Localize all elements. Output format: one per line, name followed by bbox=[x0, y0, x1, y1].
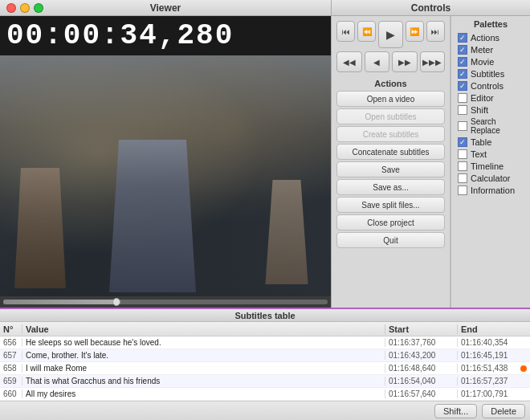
palettes-title: Palettes bbox=[456, 19, 525, 29]
transport-area: ⏮ ⏪ ▶ ⏩ ⏭ ◀◀ ◀ ▶▶ ▶▶▶ Actions Open a vid… bbox=[332, 16, 450, 308]
table-body: 656 He sleeps so well because he's loved… bbox=[0, 336, 530, 401]
quit-btn[interactable]: Quit bbox=[336, 232, 445, 248]
palette-checkbox-shift[interactable] bbox=[458, 105, 467, 115]
fwd-double-btn[interactable]: ▶▶▶ bbox=[420, 51, 446, 72]
cell-start: 01:16:43,200 bbox=[385, 351, 458, 360]
table-row[interactable]: 659 That is what Gracchus and his friend… bbox=[0, 375, 530, 388]
palette-checkbox-actions[interactable]: ✓ bbox=[458, 33, 467, 43]
palette-item-subtitles[interactable]: ✓ Subtitles bbox=[456, 68, 525, 80]
actions-title: Actions bbox=[336, 79, 445, 88]
palette-checkbox-table[interactable]: ✓ bbox=[458, 137, 467, 147]
cell-start: 01:16:48,640 bbox=[385, 364, 458, 373]
table-row[interactable]: 660 All my desires 01:16:57,640 01:17:00… bbox=[0, 388, 530, 401]
close-btn[interactable] bbox=[6, 3, 16, 13]
save-btn[interactable]: Save bbox=[336, 161, 445, 177]
progress-bar-container[interactable] bbox=[0, 296, 331, 308]
palette-checkbox-text[interactable] bbox=[458, 149, 467, 159]
palette-item-text[interactable]: Text bbox=[456, 149, 525, 160]
viewer-panel: Viewer 00:00:34,280 bbox=[0, 0, 331, 308]
skip-start-btn[interactable]: ⏮ bbox=[336, 21, 355, 42]
next-btn[interactable]: ⏩ bbox=[406, 21, 424, 42]
palette-label-controls: Controls bbox=[471, 81, 503, 91]
subtitles-titlebar: Subtitles table bbox=[0, 309, 530, 322]
play-btn[interactable]: ▶ bbox=[378, 21, 402, 48]
palette-item-shift[interactable]: Shift bbox=[456, 104, 525, 116]
video-placeholder bbox=[0, 55, 331, 296]
open-video-btn[interactable]: Open a video bbox=[336, 91, 445, 107]
save-as-btn[interactable]: Save as... bbox=[336, 179, 445, 195]
palette-label-subtitles: Subtitles bbox=[471, 69, 504, 79]
palette-label-table: Table bbox=[471, 137, 491, 147]
maximize-btn[interactable] bbox=[34, 3, 43, 13]
table-header: N° Value Start End bbox=[0, 322, 530, 336]
palette-checkbox-editor[interactable] bbox=[458, 93, 467, 103]
palette-item-controls[interactable]: ✓ Controls bbox=[456, 80, 525, 92]
palette-checkbox-search-replace[interactable] bbox=[458, 121, 467, 131]
close-project-btn[interactable]: Close project bbox=[336, 214, 445, 230]
controls-panel: Controls ⏮ ⏪ ▶ ⏩ ⏭ ◀◀ ◀ ▶▶ ▶▶▶ bbox=[331, 0, 530, 308]
cell-end: 01:16:57,237 bbox=[458, 377, 530, 385]
controls-titlebar: Controls bbox=[332, 0, 530, 16]
concatenate-btn[interactable]: Concatenate subtitles bbox=[336, 144, 445, 160]
progress-track[interactable] bbox=[3, 300, 328, 304]
col-header-n: N° bbox=[0, 324, 22, 334]
progress-thumb[interactable] bbox=[112, 298, 120, 306]
delete-btn[interactable]: Delete bbox=[482, 404, 525, 418]
end-dot-indicator bbox=[520, 365, 527, 372]
back-single-btn[interactable]: ◀ bbox=[365, 51, 390, 72]
action-buttons: Open a video Open subtitles Create subti… bbox=[336, 91, 445, 248]
palette-checkbox-movie[interactable]: ✓ bbox=[458, 57, 467, 67]
palette-checkbox-timeline[interactable] bbox=[458, 161, 467, 171]
transport-row-1: ⏮ ⏪ ▶ ⏩ ⏭ bbox=[336, 21, 445, 48]
cell-n: 657 bbox=[0, 351, 22, 360]
table-row[interactable]: 656 He sleeps so well because he's loved… bbox=[0, 336, 530, 349]
prev-btn[interactable]: ⏪ bbox=[357, 21, 376, 42]
palette-item-search-replace[interactable]: Search Replace bbox=[456, 116, 525, 136]
cell-n: 660 bbox=[0, 389, 22, 398]
palette-checkbox-meter[interactable]: ✓ bbox=[458, 45, 467, 55]
palette-item-actions[interactable]: ✓ Actions bbox=[456, 32, 525, 43]
window-controls bbox=[6, 3, 43, 13]
palette-label-information: Information bbox=[471, 186, 515, 195]
cell-end: 01:16:40,354 bbox=[458, 338, 530, 347]
controls-content: ⏮ ⏪ ▶ ⏩ ⏭ ◀◀ ◀ ▶▶ ▶▶▶ Actions Open a vid… bbox=[332, 16, 530, 308]
minimize-btn[interactable] bbox=[20, 3, 30, 13]
fwd-single-btn[interactable]: ▶▶ bbox=[392, 51, 418, 72]
create-subtitles-btn[interactable]: Create subtitles bbox=[336, 126, 445, 142]
palette-checkbox-calculator[interactable] bbox=[458, 173, 467, 183]
subtitles-title: Subtitles table bbox=[234, 311, 295, 320]
cell-n: 659 bbox=[0, 377, 22, 385]
cell-value: Come, brother. It's late. bbox=[22, 351, 385, 360]
cell-n: 658 bbox=[0, 364, 22, 373]
table-row[interactable]: 658 I will make Rome 01:16:48,640 01:16:… bbox=[0, 362, 530, 375]
table-row[interactable]: 657 Come, brother. It's late. 01:16:43,2… bbox=[0, 349, 530, 362]
palette-item-timeline[interactable]: Timeline bbox=[456, 161, 525, 172]
palette-item-editor[interactable]: Editor bbox=[456, 92, 525, 104]
table-footer: Shift... Delete bbox=[0, 401, 530, 420]
col-header-end: End bbox=[458, 324, 530, 334]
back-double-btn[interactable]: ◀◀ bbox=[336, 51, 362, 72]
palette-checkbox-controls[interactable]: ✓ bbox=[458, 81, 467, 91]
palette-label-editor: Editor bbox=[471, 93, 494, 103]
palette-label-search-replace: Search Replace bbox=[471, 117, 524, 135]
palette-item-meter[interactable]: ✓ Meter bbox=[456, 44, 525, 55]
palette-checkbox-information[interactable] bbox=[458, 186, 467, 195]
timecode-display: 00:00:34,280 bbox=[6, 19, 234, 52]
palette-item-calculator[interactable]: Calculator bbox=[456, 173, 525, 184]
palette-item-movie[interactable]: ✓ Movie bbox=[456, 56, 525, 67]
cell-start: 01:16:57,640 bbox=[385, 389, 458, 398]
progress-fill bbox=[3, 300, 116, 304]
cell-value: That is what Gracchus and his friends bbox=[22, 377, 385, 385]
skip-end-btn[interactable]: ⏭ bbox=[426, 21, 445, 42]
cell-start: 01:16:37,760 bbox=[385, 338, 458, 347]
cell-n: 656 bbox=[0, 338, 22, 347]
shift-btn[interactable]: Shift... bbox=[434, 404, 477, 418]
transport-row-2: ◀◀ ◀ ▶▶ ▶▶▶ bbox=[336, 51, 445, 72]
open-subtitles-btn[interactable]: Open subtitles bbox=[336, 108, 445, 124]
cell-end: 01:16:45,191 bbox=[458, 351, 530, 360]
save-split-btn[interactable]: Save split files... bbox=[336, 197, 445, 213]
palette-checkbox-subtitles[interactable]: ✓ bbox=[458, 69, 467, 79]
palette-item-table[interactable]: ✓ Table bbox=[456, 137, 525, 148]
palette-label-calculator: Calculator bbox=[471, 173, 511, 183]
palette-item-information[interactable]: Information bbox=[456, 185, 525, 196]
